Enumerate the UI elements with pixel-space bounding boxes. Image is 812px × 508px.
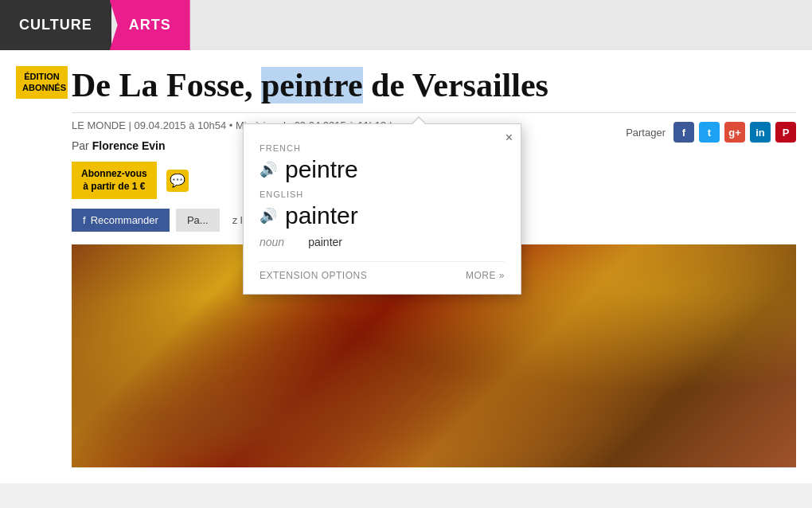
english-word-row: 🔊 painter bbox=[260, 202, 505, 229]
chat-icon: 💬 bbox=[166, 170, 189, 192]
english-lang-label: ENGLISH bbox=[260, 190, 505, 199]
title-highlighted: peintre bbox=[261, 67, 363, 104]
french-word: peintre bbox=[285, 156, 358, 183]
article-title: De La Fosse, peintre de Versailles bbox=[72, 66, 796, 104]
culture-label: CULTURE bbox=[19, 17, 92, 33]
author-prefix: Par bbox=[72, 139, 92, 152]
more-link[interactable]: MORE » bbox=[466, 270, 505, 281]
part-of-speech: noun bbox=[260, 236, 284, 248]
top-nav: CULTURE ARTS bbox=[0, 0, 812, 50]
partager-button[interactable]: Pa... bbox=[176, 209, 220, 232]
popup-close-button[interactable]: × bbox=[506, 131, 513, 145]
share-label: Partager bbox=[626, 127, 666, 139]
title-before: De La Fosse, bbox=[72, 67, 261, 104]
recommander-button[interactable]: f Recommander bbox=[72, 209, 170, 232]
edition-line2: ABONNÉS bbox=[22, 83, 66, 92]
extension-options-link[interactable]: EXTENSION OPTIONS bbox=[260, 270, 367, 281]
facebook-share-icon[interactable]: f bbox=[673, 122, 694, 143]
french-speaker-icon[interactable]: 🔊 bbox=[260, 161, 277, 178]
popup-translation-text: painter bbox=[308, 236, 342, 248]
author-name: Florence Evin bbox=[92, 139, 166, 152]
nav-arts[interactable]: ARTS bbox=[110, 0, 190, 50]
subscribe-button[interactable]: Abonnez-vous à partir de 1 € bbox=[72, 162, 157, 199]
translation-popup: × FRENCH 🔊 peintre ENGLISH 🔊 painter nou… bbox=[243, 123, 521, 295]
nav-culture[interactable]: CULTURE bbox=[0, 0, 111, 50]
french-lang-label: FRENCH bbox=[260, 143, 505, 153]
edition-badge: ÉDITION ABONNÉS bbox=[16, 66, 68, 99]
fb-icon-small: f bbox=[83, 214, 86, 226]
recommander-label: Recommander bbox=[91, 214, 158, 226]
french-word-row: 🔊 peintre bbox=[260, 156, 505, 183]
popup-footer: EXTENSION OPTIONS MORE » bbox=[260, 261, 505, 281]
partager-label: Pa... bbox=[187, 214, 209, 226]
popup-pos-row: noun painter bbox=[260, 236, 505, 248]
title-after: de Versailles bbox=[363, 67, 548, 104]
share-row: Partager f t g+ in P bbox=[626, 122, 796, 143]
popup-caret bbox=[411, 116, 427, 124]
googleplus-share-icon[interactable]: g+ bbox=[724, 122, 745, 143]
twitter-share-icon[interactable]: t bbox=[699, 122, 720, 143]
linkedin-share-icon[interactable]: in bbox=[750, 122, 771, 143]
arts-label: ARTS bbox=[129, 17, 171, 33]
pinterest-share-icon[interactable]: P bbox=[775, 122, 796, 143]
english-word: painter bbox=[285, 202, 358, 229]
english-speaker-icon[interactable]: 🔊 bbox=[260, 207, 277, 225]
edition-line1: ÉDITION bbox=[24, 72, 60, 81]
